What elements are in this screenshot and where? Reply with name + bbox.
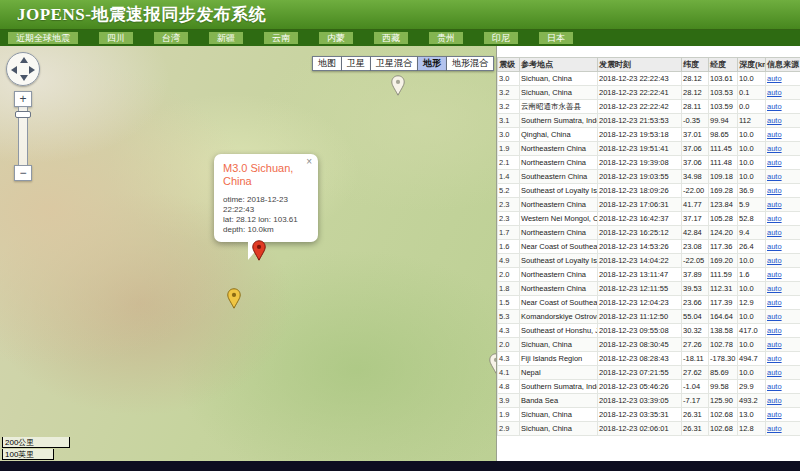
cell-otime: 2018-12-23 11:12:50	[598, 310, 682, 324]
cell-depth: 10.0	[738, 72, 766, 86]
menu-item-3[interactable]: 台湾	[154, 32, 188, 44]
menu-item-4[interactable]: 新疆	[209, 32, 243, 44]
cell-source[interactable]: auto	[766, 254, 800, 268]
table-row[interactable]: 5.2Southeast of Loyalty Islar2018-12-23 …	[498, 184, 800, 198]
cell-lat: 39.53	[682, 282, 709, 296]
table-row[interactable]: 4.1Nepal2018-12-23 07:21:5527.6285.6910.…	[498, 366, 800, 380]
map-canvas[interactable]: + − 地图卫星卫星混合地形地形混合 × M3.0 Sichuan, China…	[0, 46, 497, 461]
table-row[interactable]: 2.0Sichuan, China2018-12-23 08:30:4527.2…	[498, 338, 800, 352]
cell-source[interactable]: auto	[766, 184, 800, 198]
cell-source[interactable]: auto	[766, 380, 800, 394]
table-row[interactable]: 2.3Western Nei Mongol, Chi2018-12-23 16:…	[498, 212, 800, 226]
cell-source[interactable]: auto	[766, 156, 800, 170]
cell-source[interactable]: auto	[766, 100, 800, 114]
cell-source[interactable]: auto	[766, 114, 800, 128]
cell-source[interactable]: auto	[766, 226, 800, 240]
pan-up-icon[interactable]	[20, 57, 28, 63]
cell-depth: 1.6	[738, 268, 766, 282]
cell-source[interactable]: auto	[766, 142, 800, 156]
menu-item-5[interactable]: 云南	[264, 32, 298, 44]
pan-left-icon[interactable]	[11, 66, 17, 74]
cell-source[interactable]: auto	[766, 310, 800, 324]
table-row[interactable]: 5.3Komandorskiye Ostrova f2018-12-23 11:…	[498, 310, 800, 324]
table-row[interactable]: 1.9Sichuan, China2018-12-23 03:35:3126.3…	[498, 408, 800, 422]
map-type-button-terrain-hybrid[interactable]: 地形混合	[447, 56, 494, 71]
pan-right-icon[interactable]	[29, 66, 35, 74]
cell-otime: 2018-12-23 08:28:43	[598, 352, 682, 366]
menu-item-7[interactable]: 西藏	[374, 32, 408, 44]
table-row[interactable]: 1.6Near Coast of Southeast2018-12-23 14:…	[498, 240, 800, 254]
zoom-out-button[interactable]: −	[14, 165, 32, 181]
cell-source[interactable]: auto	[766, 408, 800, 422]
menu-item-6[interactable]: 内蒙	[319, 32, 353, 44]
cell-source[interactable]: auto	[766, 422, 800, 436]
quake-marker-selected-red[interactable]	[252, 240, 266, 261]
map-type-button-map[interactable]: 地图	[312, 56, 342, 71]
cell-otime: 2018-12-23 02:06:01	[598, 422, 682, 436]
menu-item-9[interactable]: 印尼	[484, 32, 518, 44]
table-row[interactable]: 1.5Near Coast of Southeast2018-12-23 12:…	[498, 296, 800, 310]
quake-marker-yellow[interactable]	[227, 288, 241, 309]
cell-lat: -22.00	[682, 184, 709, 198]
table-row[interactable]: 2.9Sichuan, China2018-12-23 02:06:0126.3…	[498, 422, 800, 436]
cell-source[interactable]: auto	[766, 72, 800, 86]
table-row[interactable]: 2.3Northeastern China2018-12-23 17:06:31…	[498, 198, 800, 212]
table-row[interactable]: 1.9Northeastern China2018-12-23 19:51:41…	[498, 142, 800, 156]
pan-control[interactable]	[6, 52, 40, 86]
map-type-button-terrain[interactable]: 地形	[418, 56, 447, 71]
cell-otime: 2018-12-23 14:04:22	[598, 254, 682, 268]
cell-source[interactable]: auto	[766, 338, 800, 352]
map-type-button-satellite[interactable]: 卫星	[342, 56, 371, 71]
map-type-button-satellite-hybrid[interactable]: 卫星混合	[371, 56, 418, 71]
table-row[interactable]: 1.8Northeastern China2018-12-23 12:11:55…	[498, 282, 800, 296]
table-row[interactable]: 3.1Southern Sumatra, Indon2018-12-23 21:…	[498, 114, 800, 128]
cell-mag: 2.3	[498, 198, 520, 212]
zoom-in-button[interactable]: +	[14, 91, 32, 107]
cell-lon: 117.39	[709, 296, 738, 310]
table-row[interactable]: 3.9Banda Sea2018-12-23 03:39:05-7.17125.…	[498, 394, 800, 408]
cell-lat: 23.66	[682, 296, 709, 310]
info-window-close-icon[interactable]: ×	[306, 157, 312, 167]
cell-source[interactable]: auto	[766, 240, 800, 254]
cell-lat: 26.31	[682, 422, 709, 436]
table-row[interactable]: 3.2Sichuan, China2018-12-23 22:22:4128.1…	[498, 86, 800, 100]
table-row[interactable]: 3.2云南昭通市永善县2018-12-23 22:22:4228.11103.5…	[498, 100, 800, 114]
pan-down-icon[interactable]	[20, 75, 28, 81]
cell-otime: 2018-12-23 16:25:12	[598, 226, 682, 240]
table-row[interactable]: 2.0Northeastern China2018-12-23 13:11:47…	[498, 268, 800, 282]
table-row[interactable]: 3.0Sichuan, China2018-12-23 22:22:4328.1…	[498, 72, 800, 86]
cell-location: Komandorskiye Ostrova f	[520, 310, 598, 324]
table-row[interactable]: 4.8Southern Sumatra, Indon2018-12-23 05:…	[498, 380, 800, 394]
table-row[interactable]: 3.0Qinghai, China2018-12-23 19:53:1837.0…	[498, 128, 800, 142]
cell-source[interactable]: auto	[766, 198, 800, 212]
zoom-slider-handle[interactable]	[15, 111, 31, 118]
table-row[interactable]: 4.9Southeast of Loyalty Islar2018-12-23 …	[498, 254, 800, 268]
table-row[interactable]: 1.4Southeastern China2018-12-23 19:03:55…	[498, 170, 800, 184]
table-row[interactable]: 4.3Fiji Islands Region2018-12-23 08:28:4…	[498, 352, 800, 366]
menu-item-2[interactable]: 四川	[99, 32, 133, 44]
cell-source[interactable]: auto	[766, 324, 800, 338]
cell-source[interactable]: auto	[766, 282, 800, 296]
table-row[interactable]: 4.3Southeast of Honshu, Jap2018-12-23 09…	[498, 324, 800, 338]
menu-item-1[interactable]: 近期全球地震	[8, 32, 78, 44]
table-row[interactable]: 2.1Northeastern China2018-12-23 19:39:08…	[498, 156, 800, 170]
table-row[interactable]: 1.7Northeastern China2018-12-23 16:25:12…	[498, 226, 800, 240]
zoom-slider[interactable]	[18, 107, 28, 165]
cell-mag: 2.3	[498, 212, 520, 226]
menu-item-8[interactable]: 贵州	[429, 32, 463, 44]
menu-item-10[interactable]: 日本	[539, 32, 573, 44]
quake-marker-white-east[interactable]	[489, 353, 497, 374]
cell-location: Qinghai, China	[520, 128, 598, 142]
cell-source[interactable]: auto	[766, 212, 800, 226]
cell-source[interactable]: auto	[766, 268, 800, 282]
cell-source[interactable]: auto	[766, 352, 800, 366]
cell-source[interactable]: auto	[766, 366, 800, 380]
cell-lat: 37.89	[682, 268, 709, 282]
cell-mag: 5.2	[498, 184, 520, 198]
cell-source[interactable]: auto	[766, 128, 800, 142]
cell-source[interactable]: auto	[766, 86, 800, 100]
cell-source[interactable]: auto	[766, 394, 800, 408]
cell-source[interactable]: auto	[766, 170, 800, 184]
cell-source[interactable]: auto	[766, 296, 800, 310]
quake-marker-white-north[interactable]	[391, 75, 405, 96]
